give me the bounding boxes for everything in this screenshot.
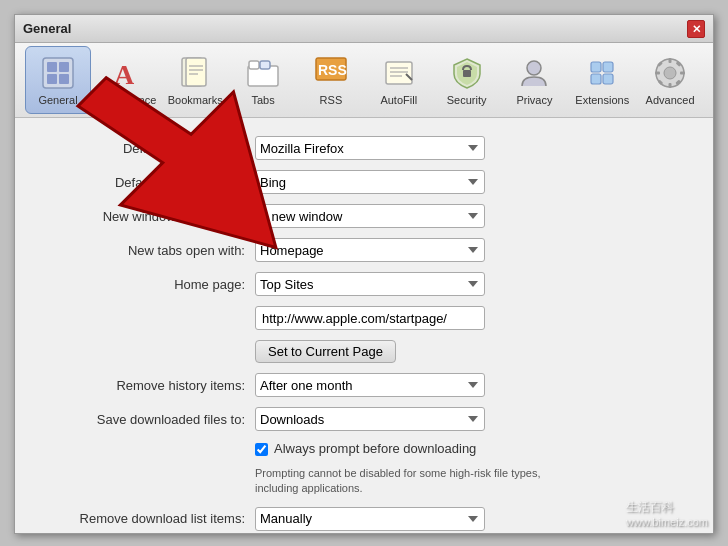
tabs-icon: [245, 55, 281, 91]
watermark: 生活百科 www.bimeiz.com: [626, 499, 708, 528]
extensions-icon: [584, 55, 620, 91]
default-browser-row: Default web browser: Mozilla Firefox Saf…: [45, 136, 683, 160]
watermark-line2: www.bimeiz.com: [626, 516, 708, 528]
svg-rect-13: [260, 61, 270, 69]
tab-general-label: General: [38, 94, 77, 106]
remove-download-select[interactable]: Manually Upon successful download When S…: [255, 507, 485, 531]
general-icon: [40, 55, 76, 91]
new-windows-select[interactable]: A new window Homepage Top Sites Empty Pa…: [255, 204, 485, 228]
svg-rect-3: [47, 74, 57, 84]
new-tabs-row: New tabs open with: Homepage Top Sites E…: [45, 238, 683, 262]
tab-security[interactable]: Security: [434, 46, 500, 114]
svg-text:A: A: [114, 59, 135, 90]
default-browser-control: Mozilla Firefox Safari Chrome: [255, 136, 485, 160]
advanced-icon: [652, 55, 688, 91]
svg-rect-23: [603, 62, 613, 72]
default-browser-label: Default web browser:: [45, 141, 245, 156]
tab-advanced[interactable]: Advanced: [637, 46, 703, 114]
svg-rect-2: [59, 62, 69, 72]
watermark-line1: 生活百科: [626, 499, 708, 516]
remove-history-control: After one day After one week After one m…: [255, 373, 485, 397]
new-tabs-select[interactable]: Homepage Top Sites Empty Page: [255, 238, 485, 262]
url-row: [45, 306, 683, 330]
bookmarks-icon: [177, 55, 213, 91]
tab-extensions[interactable]: Extensions: [569, 46, 635, 114]
svg-text:RSS: RSS: [318, 62, 347, 78]
svg-rect-20: [463, 70, 471, 77]
tab-bookmarks-label: Bookmarks: [168, 94, 223, 106]
url-input[interactable]: [255, 306, 485, 330]
svg-rect-7: [186, 58, 206, 86]
prompt-note: Prompting cannot be disabled for some hi…: [255, 466, 555, 497]
save-downloads-control: Downloads Desktop Other...: [255, 407, 485, 431]
tab-tabs[interactable]: Tabs: [230, 46, 296, 114]
set-current-page-control: Set to Current Page: [255, 340, 396, 363]
toolbar: General A Appearance Bookmarks: [15, 43, 713, 118]
title-bar: General ✕: [15, 15, 713, 43]
url-control: [255, 306, 485, 330]
privacy-icon: [516, 55, 552, 91]
remove-download-control: Manually Upon successful download When S…: [255, 507, 485, 531]
tab-appearance[interactable]: A Appearance: [93, 46, 160, 114]
default-browser-select[interactable]: Mozilla Firefox Safari Chrome: [255, 136, 485, 160]
tab-privacy-label: Privacy: [516, 94, 552, 106]
always-prompt-row: Always prompt before downloading: [255, 441, 683, 456]
save-downloads-row: Save downloaded files to: Downloads Desk…: [45, 407, 683, 431]
svg-rect-25: [603, 74, 613, 84]
tab-rss[interactable]: RSS RSS: [298, 46, 364, 114]
tab-bookmarks[interactable]: Bookmarks: [162, 46, 228, 114]
remove-history-row: Remove history items: After one day Afte…: [45, 373, 683, 397]
new-windows-control: A new window Homepage Top Sites Empty Pa…: [255, 204, 485, 228]
search-engine-select[interactable]: Bing Google Yahoo: [255, 170, 485, 194]
new-windows-row: New windows open with: A new window Home…: [45, 204, 683, 228]
set-to-current-page-button[interactable]: Set to Current Page: [255, 340, 396, 363]
new-tabs-control: Homepage Top Sites Empty Page: [255, 238, 485, 262]
home-page-select[interactable]: Top Sites Homepage Empty Page: [255, 272, 485, 296]
always-prompt-label[interactable]: Always prompt before downloading: [274, 441, 476, 456]
window-title: General: [23, 21, 71, 36]
settings-window: General ✕ General A Appearan: [14, 14, 714, 534]
new-windows-label: New windows open with:: [45, 209, 245, 224]
rss-icon: RSS: [313, 55, 349, 91]
autofill-icon: [381, 55, 417, 91]
home-page-row: Home page: Top Sites Homepage Empty Page: [45, 272, 683, 296]
svg-rect-28: [669, 58, 672, 63]
svg-rect-29: [669, 83, 672, 88]
save-downloads-label: Save downloaded files to:: [45, 412, 245, 427]
svg-rect-24: [591, 74, 601, 84]
svg-rect-4: [59, 74, 69, 84]
settings-content: Default web browser: Mozilla Firefox Saf…: [15, 118, 713, 546]
svg-rect-30: [655, 71, 660, 74]
tab-extensions-label: Extensions: [575, 94, 629, 106]
home-page-label: Home page:: [45, 277, 245, 292]
svg-rect-22: [591, 62, 601, 72]
remove-history-select[interactable]: After one day After one week After one m…: [255, 373, 485, 397]
svg-rect-16: [386, 62, 412, 84]
close-button[interactable]: ✕: [687, 20, 705, 38]
tab-appearance-label: Appearance: [97, 94, 156, 106]
search-engine-row: Default search engine: Bing Google Yahoo: [45, 170, 683, 194]
set-current-page-row: Set to Current Page: [45, 340, 683, 363]
tab-advanced-label: Advanced: [646, 94, 695, 106]
always-prompt-checkbox[interactable]: [255, 443, 268, 456]
search-engine-label: Default search engine:: [45, 175, 245, 190]
svg-rect-31: [680, 71, 685, 74]
tab-autofill[interactable]: AutoFill: [366, 46, 432, 114]
search-engine-control: Bing Google Yahoo: [255, 170, 485, 194]
tab-security-label: Security: [447, 94, 487, 106]
tab-autofill-label: AutoFill: [380, 94, 417, 106]
tab-tabs-label: Tabs: [251, 94, 274, 106]
tab-privacy[interactable]: Privacy: [502, 46, 568, 114]
new-tabs-label: New tabs open with:: [45, 243, 245, 258]
tab-general[interactable]: General: [25, 46, 91, 114]
svg-point-27: [664, 67, 676, 79]
appearance-icon: A: [109, 55, 145, 91]
tab-rss-label: RSS: [320, 94, 343, 106]
home-page-control: Top Sites Homepage Empty Page: [255, 272, 485, 296]
remove-history-label: Remove history items:: [45, 378, 245, 393]
save-downloads-select[interactable]: Downloads Desktop Other...: [255, 407, 485, 431]
security-icon: [449, 55, 485, 91]
svg-rect-1: [47, 62, 57, 72]
remove-download-label: Remove download list items:: [45, 511, 245, 526]
svg-rect-12: [249, 61, 259, 69]
